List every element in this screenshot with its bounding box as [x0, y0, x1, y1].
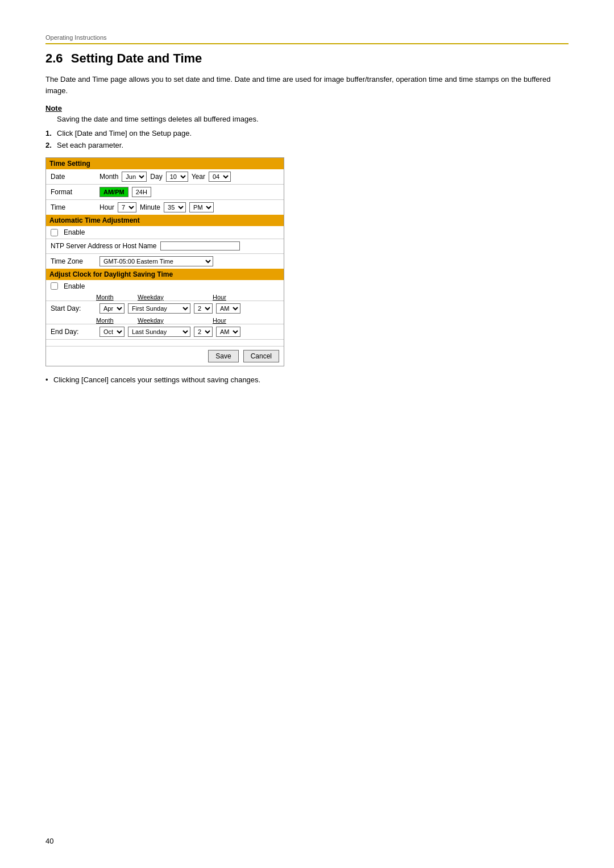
end-hour-select[interactable]: 2 [194, 327, 213, 337]
start-weekday-select[interactable]: First Sunday [128, 303, 190, 314]
format-label: Format [51, 188, 96, 196]
end-month-col-header: Month [96, 317, 127, 324]
month-label: Month [99, 173, 118, 181]
time-row: Time Hour 7 Minute 35 PM [46, 199, 284, 215]
hour-select[interactable]: 7 [118, 202, 136, 212]
time-setting-header: Time Setting [46, 158, 284, 169]
end-weekday-col-header: Weekday [138, 317, 194, 324]
month-select[interactable]: Jun [122, 172, 147, 182]
save-button[interactable]: Save [208, 350, 238, 362]
start-day-label: Start Day: [51, 304, 96, 312]
start-weekday-col-header: Weekday [138, 294, 194, 301]
page-number: 40 [45, 837, 53, 845]
timezone-select[interactable]: GMT-05:00 Eastern Time [99, 256, 213, 266]
year-label: Year [192, 173, 205, 181]
minute-label: Minute [140, 203, 160, 211]
timezone-label: Time Zone [51, 257, 96, 265]
auto-enable-label: Enable [64, 228, 85, 236]
date-row: Date Month Jun Day 10 Year 04 [46, 169, 284, 184]
note-label: Note [45, 104, 569, 112]
auto-enable-checkbox[interactable] [51, 229, 58, 236]
intro-text: The Date and Time page allows you to set… [45, 74, 569, 96]
ntp-row: NTP Server Address or Host Name [46, 239, 284, 253]
time-setting-box: Time Setting Date Month Jun Day 10 Year … [45, 157, 284, 366]
note-text: Saving the date and time settings delete… [57, 115, 569, 123]
daylight-header: Adjust Clock for Daylight Saving Time [46, 269, 284, 280]
auto-enable-row: Enable [46, 226, 284, 239]
start-hour-select[interactable]: 2 [194, 303, 213, 314]
end-hour-col-header: Hour [213, 317, 241, 324]
operating-instructions-label: Operating Instructions [45, 34, 569, 44]
minute-select[interactable]: 35 [164, 202, 186, 212]
daylight-enable-checkbox[interactable] [51, 282, 58, 290]
ntp-input[interactable] [160, 241, 240, 251]
ampm-select[interactable]: PM [189, 202, 214, 212]
ntp-label: NTP Server Address or Host Name [51, 241, 157, 251]
end-day-subheader: Month Weekday Hour [46, 316, 284, 324]
start-month-select[interactable]: Apr [99, 303, 125, 314]
daylight-enable-label: Enable [64, 282, 85, 290]
cancel-button[interactable]: Cancel [243, 350, 279, 362]
timezone-row: Time Zone GMT-05:00 Eastern Time [46, 253, 284, 269]
start-day-subheader: Month Weekday Hour [46, 293, 284, 301]
day-label: Day [150, 173, 162, 181]
step-1: 1. Click [Date and Time] on the Setup pa… [45, 129, 569, 137]
start-month-col-header: Month [96, 294, 127, 301]
start-ampm-select[interactable]: AM [216, 303, 240, 314]
end-weekday-select[interactable]: Last Sunday [128, 327, 190, 337]
end-day-label: End Day: [51, 328, 96, 336]
step-2: 2. Set each parameter. [45, 141, 569, 149]
section-title: 2.6 Setting Date and Time [45, 51, 569, 66]
end-month-select[interactable]: Oct [99, 327, 125, 337]
auto-time-header: Automatic Time Adjustment [46, 215, 284, 226]
start-day-row: Start Day: Apr First Sunday 2 AM [46, 301, 284, 316]
spacer-row [46, 339, 284, 346]
day-select[interactable]: 10 [166, 172, 188, 182]
start-hour-col-header: Hour [213, 294, 241, 301]
end-ampm-select[interactable]: AM [216, 327, 240, 337]
date-label: Date [51, 173, 96, 181]
time-label: Time [51, 203, 96, 211]
year-select[interactable]: 04 [209, 172, 231, 182]
24h-button[interactable]: 24H [132, 187, 151, 197]
end-day-row: End Day: Oct Last Sunday 2 AM [46, 324, 284, 339]
action-buttons-row: Save Cancel [46, 346, 284, 366]
hour-label: Hour [99, 203, 114, 211]
daylight-enable-row: Enable [46, 280, 284, 293]
format-row: Format AM/PM 24H [46, 184, 284, 199]
cancel-note: Clicking [Cancel] cancels your settings … [45, 375, 569, 384]
ampm-button[interactable]: AM/PM [99, 187, 128, 197]
